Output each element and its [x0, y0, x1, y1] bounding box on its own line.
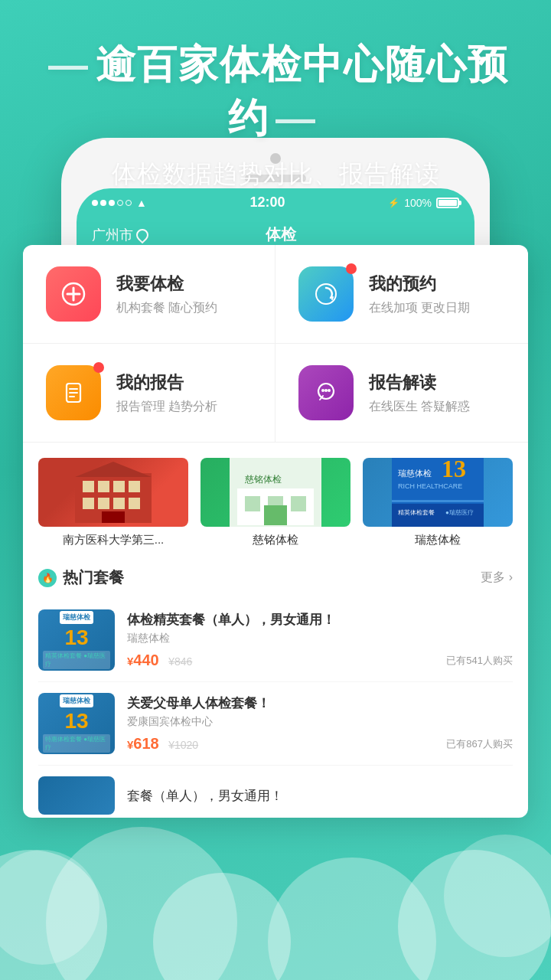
svg-rect-17 — [113, 498, 125, 509]
package-item-2[interactable]: 瑞慈体检 13 特惠体检套餐 ●瑞慈医疗 关爱父母单人体检套餐！ 爱康国宾体检中… — [38, 682, 513, 766]
interpret-icon-wrap — [298, 365, 354, 420]
pkg-label-1: 精英体检套餐 ●瑞慈医疗 — [43, 651, 110, 669]
hospital-img-1 — [38, 458, 188, 527]
partial-item[interactable]: 套餐（单人），男女通用！ — [38, 766, 513, 818]
partial-text: 套餐（单人），男女通用！ — [127, 787, 283, 805]
svg-rect-15 — [83, 498, 94, 509]
more-link[interactable]: 更多 › — [481, 570, 513, 586]
pkg-brand-2: 瑞慈体检 — [60, 694, 93, 707]
svg-rect-14 — [129, 481, 140, 492]
report-icon — [46, 365, 101, 420]
svg-rect-13 — [113, 481, 125, 492]
svg-rect-32 — [392, 500, 484, 502]
hospital-name-3: 瑞慈体检 — [363, 533, 513, 547]
svg-rect-25 — [291, 496, 306, 511]
price-left-1: ¥440 ¥846 — [127, 652, 192, 669]
partial-img — [38, 776, 115, 815]
package-info-1: 体检精英套餐（单人），男女通用！ 瑞慈体检 ¥440 ¥846 已有541人购买 — [127, 611, 513, 669]
city-name: 广州市 — [92, 226, 133, 244]
pkg-label-2: 特惠体检套餐 ●瑞慈医疗 — [43, 734, 110, 753]
package-img-2: 瑞慈体检 13 特惠体检套餐 ●瑞慈医疗 — [38, 693, 115, 754]
hospital-item-1[interactable]: 南方医科大学第三... — [38, 458, 188, 547]
report-desc: 报告管理 趋势分析 — [116, 399, 252, 415]
flame-icon: 🔥 — [38, 569, 57, 587]
report-icon-wrap — [46, 365, 101, 420]
package-img-bg-1: 瑞慈体检 13 精英体检套餐 ●瑞慈医疗 — [38, 609, 115, 671]
appointment-desc: 在线加项 更改日期 — [369, 300, 505, 316]
svg-point-8 — [324, 389, 328, 392]
header-subtitle: 体检数据趋势对比、报告解读 — [31, 158, 520, 191]
main-card: 我要体检 机构套餐 随心预约 我的预约 在线加项 更改日期 — [23, 245, 528, 818]
svg-rect-12 — [98, 481, 109, 492]
menu-item-interpret[interactable]: 报告解读 在线医生 答疑解惑 — [276, 344, 528, 442]
hospital-section: 南方医科大学第三... 慈铭体检 — [23, 443, 528, 555]
package-org-2: 爱康国宾体检中心 — [127, 715, 513, 729]
svg-marker-20 — [75, 462, 152, 477]
section-header: 🔥 热门套餐 更多 › — [38, 567, 513, 588]
sold-count-2: 已有867人购买 — [446, 737, 513, 751]
city-selector[interactable]: 广州市 — [92, 226, 148, 244]
menu-item-exam[interactable]: 我要体检 机构套餐 随心预约 — [23, 245, 276, 344]
package-name-1: 体检精英套餐（单人），男女通用！ — [127, 611, 513, 629]
hospital-img-2: 慈铭体检 — [201, 458, 350, 527]
hot-title-text: 热门套餐 — [63, 567, 124, 588]
exam-icon-wrap — [46, 266, 101, 322]
package-img-1: 瑞慈体检 13 精英体检套餐 ●瑞慈医疗 — [38, 609, 115, 671]
svg-point-7 — [321, 389, 324, 392]
hospital-name-1: 南方医科大学第三... — [38, 533, 188, 547]
exam-text: 我要体检 机构套餐 随心预约 — [116, 273, 252, 316]
interpret-desc: 在线医生 答疑解惑 — [369, 399, 505, 415]
price-left-2: ¥618 ¥1020 — [127, 735, 198, 753]
report-badge — [93, 362, 104, 373]
clouds-decoration — [0, 827, 551, 980]
header-title: 逾百家体检中心随心预约 — [31, 38, 520, 145]
package-org-1: 瑞慈体检 — [127, 632, 513, 645]
svg-point-9 — [328, 389, 331, 392]
interpret-icon — [298, 365, 354, 420]
menu-grid: 我要体检 机构套餐 随心预约 我的预约 在线加项 更改日期 — [23, 245, 528, 443]
package-img-bg-2: 瑞慈体检 13 特惠体检套餐 ●瑞慈医疗 — [38, 693, 115, 754]
package-item-1[interactable]: 瑞慈体检 13 精英体检套餐 ●瑞慈医疗 体检精英套餐（单人），男女通用！ 瑞慈… — [38, 599, 513, 682]
interpret-text: 报告解读 在线医生 答疑解惑 — [369, 371, 505, 415]
svg-text:●瑞慈医疗: ●瑞慈医疗 — [445, 509, 474, 516]
price-row-1: ¥440 ¥846 已有541人购买 — [127, 652, 513, 669]
svg-rect-16 — [98, 498, 109, 509]
pkg-number-2: 13 — [64, 710, 88, 732]
svg-text:13: 13 — [442, 458, 466, 482]
menu-item-appointment[interactable]: 我的预约 在线加项 更改日期 — [276, 245, 528, 344]
sold-count-1: 已有541人购买 — [446, 654, 513, 668]
svg-rect-19 — [102, 511, 125, 523]
price-row-2: ¥618 ¥1020 已有867人购买 — [127, 735, 513, 753]
svg-rect-26 — [264, 505, 287, 525]
section-title: 🔥 热门套餐 — [38, 567, 124, 588]
menu-item-report[interactable]: 我的报告 报告管理 趋势分析 — [23, 344, 276, 442]
interpret-title: 报告解读 — [369, 371, 505, 394]
pkg-brand-1: 瑞慈体检 — [60, 611, 93, 624]
package-info-2: 关爱父母单人体检套餐！ 爱康国宾体检中心 ¥618 ¥1020 已有867人购买 — [127, 694, 513, 753]
exam-title: 我要体检 — [116, 273, 252, 296]
svg-text:RICH HEALTHCARE: RICH HEALTHCARE — [398, 482, 462, 490]
hospital-name-2: 慈铭体检 — [201, 533, 350, 547]
report-title: 我的报告 — [116, 371, 252, 394]
svg-rect-18 — [129, 498, 140, 509]
hospital-list: 南方医科大学第三... 慈铭体检 — [38, 458, 513, 547]
appointment-icon-wrap — [298, 266, 354, 322]
nav-title: 体检 — [148, 224, 413, 245]
appointment-icon — [298, 266, 354, 322]
appointment-badge — [346, 263, 357, 274]
exam-icon — [46, 266, 101, 322]
svg-rect-23 — [245, 496, 260, 511]
appointment-text: 我的预约 在线加项 更改日期 — [369, 273, 505, 316]
price-main-1: ¥440 — [127, 652, 159, 668]
hospital-img-3: 瑞慈体检 RICH HEALTHCARE 精英体检套餐 ●瑞慈医疗 13 — [363, 458, 513, 527]
hospital-item-3[interactable]: 瑞慈体检 RICH HEALTHCARE 精英体检套餐 ●瑞慈医疗 13 瑞慈体… — [363, 458, 513, 547]
svg-text:慈铭体检: 慈铭体检 — [244, 474, 282, 485]
svg-text:精英体检套餐: 精英体检套餐 — [398, 509, 435, 516]
exam-desc: 机构套餐 随心预约 — [116, 300, 252, 316]
report-text: 我的报告 报告管理 趋势分析 — [116, 371, 252, 415]
package-name-2: 关爱父母单人体检套餐！ — [127, 694, 513, 712]
hospital-item-2[interactable]: 慈铭体检 慈铭体检 — [201, 458, 350, 547]
svg-text:瑞慈体检: 瑞慈体检 — [398, 469, 432, 478]
svg-rect-11 — [83, 481, 94, 492]
header-area: 逾百家体检中心随心预约 体检数据趋势对比、报告解读 — [0, 0, 551, 214]
